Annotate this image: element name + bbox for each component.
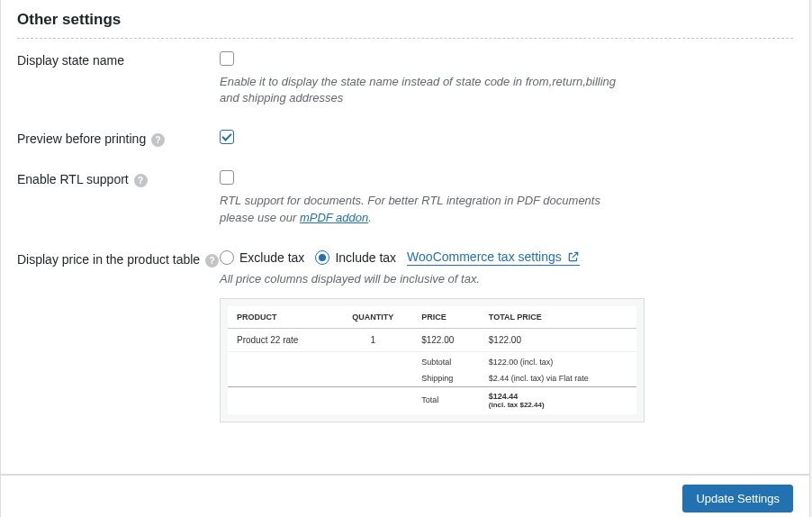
shipping-label: Shipping	[412, 370, 480, 387]
table-header-row: PRODUCT QUANTITY PRICE TOTAL PRICE	[228, 306, 636, 329]
row-preview-before-printing: Preview before printing ?	[17, 130, 793, 147]
cell-price: $122.00	[412, 328, 480, 351]
cell-total: $122.00	[480, 328, 636, 351]
label-text: Display price in the product table	[17, 252, 200, 267]
summary-total: Total $124.44 (incl. tax $22.44)	[228, 386, 636, 414]
subtotal-label: Subtotal	[412, 351, 480, 370]
th-total-price: TOTAL PRICE	[480, 306, 636, 329]
radio-include-tax-wrap[interactable]: Include tax	[315, 250, 396, 265]
field-display-price: Exclude tax Include tax WooCommerce tax …	[220, 249, 793, 422]
footer-bar: Update Settings	[0, 475, 810, 517]
shipping-val: $2.44 (incl. tax) via Flat rate	[480, 370, 636, 387]
help-icon[interactable]: ?	[134, 174, 148, 187]
total-val: $124.44 (incl. tax $22.44)	[480, 386, 636, 414]
total-amount: $124.44	[489, 392, 519, 401]
radio-label: Include tax	[335, 250, 396, 265]
checkbox-preview-before-printing[interactable]	[220, 130, 234, 144]
label-preview-before-printing: Preview before printing ?	[17, 130, 220, 147]
cell-quantity: 1	[333, 328, 412, 351]
desc-enable-rtl: RTL support for documents. For better RT…	[220, 193, 634, 225]
total-sub: (incl. tax $22.44)	[489, 401, 627, 409]
row-display-price: Display price in the product table ? Exc…	[17, 249, 793, 422]
field-preview-before-printing	[220, 130, 793, 147]
desc-prefix: RTL support for documents. For better RT…	[220, 194, 600, 223]
help-icon[interactable]: ?	[151, 133, 165, 147]
label-text: Display state name	[17, 53, 124, 68]
th-price: PRICE	[412, 306, 480, 329]
label-text: Enable RTL support	[17, 172, 129, 186]
row-display-state-name: Display state name Enable it to display …	[17, 51, 793, 106]
radio-include-tax[interactable]	[315, 250, 329, 265]
mpdf-addon-link[interactable]: mPDF addon	[300, 211, 368, 224]
tax-radio-group: Exclude tax Include tax WooCommerce tax …	[220, 249, 793, 266]
label-display-price: Display price in the product table ?	[17, 249, 220, 268]
label-display-state-name: Display state name	[17, 51, 220, 68]
field-display-state-name: Enable it to display the state name inst…	[220, 51, 793, 106]
th-quantity: QUANTITY	[333, 306, 412, 329]
help-icon[interactable]: ?	[205, 254, 219, 268]
link-text: WooCommerce tax settings	[407, 249, 562, 264]
external-link-icon	[567, 250, 580, 263]
label-text: Preview before printing	[17, 132, 146, 146]
total-label: Total	[412, 386, 480, 414]
section-title: Other settings	[17, 0, 793, 39]
desc-suffix: .	[368, 211, 372, 224]
label-enable-rtl: Enable RTL support ?	[17, 170, 220, 187]
preview-table: PRODUCT QUANTITY PRICE TOTAL PRICE Produ…	[228, 306, 636, 414]
radio-exclude-tax[interactable]	[220, 250, 234, 265]
summary-subtotal: Subtotal $122.00 (incl. tax)	[228, 351, 636, 370]
checkbox-display-state-name[interactable]	[220, 51, 234, 66]
row-enable-rtl: Enable RTL support ? RTL support for doc…	[17, 170, 793, 225]
radio-label: Exclude tax	[239, 250, 304, 265]
th-product: PRODUCT	[228, 306, 333, 329]
checkbox-enable-rtl[interactable]	[220, 170, 234, 185]
summary-shipping: Shipping $2.44 (incl. tax) via Flat rate	[228, 370, 636, 387]
price-preview-box: PRODUCT QUANTITY PRICE TOTAL PRICE Produ…	[220, 298, 645, 422]
radio-exclude-tax-wrap[interactable]: Exclude tax	[220, 250, 304, 265]
cell-product: Product 22 rate	[228, 328, 333, 351]
subtotal-val: $122.00 (incl. tax)	[480, 351, 636, 370]
woocommerce-tax-settings-link[interactable]: WooCommerce tax settings	[407, 249, 580, 266]
desc-display-price: All price columns displayed will be incl…	[220, 271, 634, 287]
settings-panel: Other settings Display state name Enable…	[0, 0, 810, 475]
update-settings-button[interactable]: Update Settings	[682, 485, 793, 512]
desc-display-state-name: Enable it to display the state name inst…	[220, 74, 634, 106]
field-enable-rtl: RTL support for documents. For better RT…	[220, 170, 793, 225]
table-row: Product 22 rate 1 $122.00 $122.00	[228, 328, 636, 351]
